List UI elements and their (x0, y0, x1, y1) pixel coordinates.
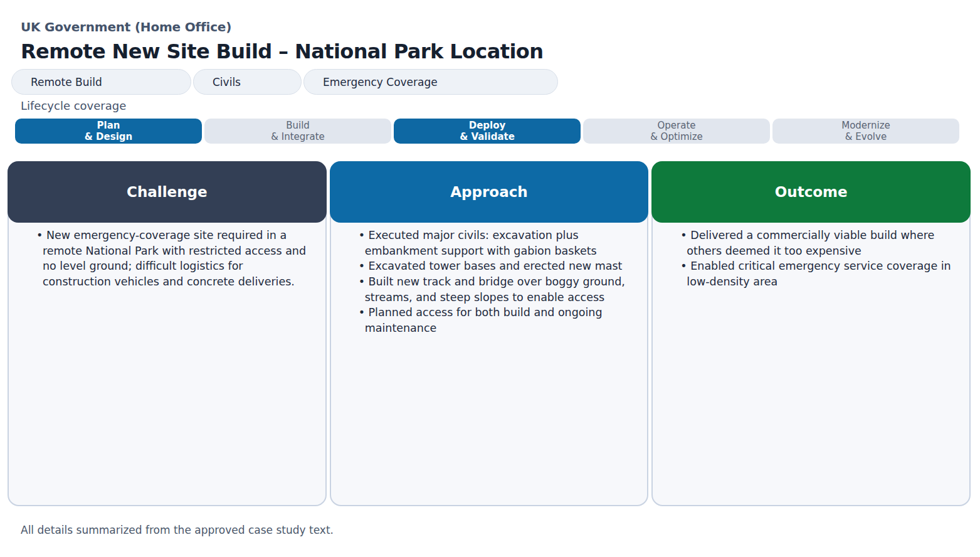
organization-label: UK Government (Home Office) (21, 19, 231, 34)
stage-line-1: Build (286, 120, 310, 131)
lifecycle-stage-modernize-evolve: Modernize & Evolve (772, 119, 959, 144)
tag-label: Remote Build (31, 76, 102, 88)
card-title: Challenge (127, 184, 208, 200)
approach-bullet-list: Executed major civils: excavation plus e… (331, 228, 648, 336)
tag-label: Civils (213, 76, 241, 88)
bullet-item: Executed major civils: excavation plus e… (359, 228, 630, 258)
approach-card-header: Approach (330, 161, 649, 223)
tag-list: Remote Build Civils Emergency Coverage (11, 69, 558, 95)
lifecycle-stage-operate-optimize: Operate & Optimize (583, 119, 770, 144)
lifecycle-stage-build-integrate: Build & Integrate (204, 119, 391, 144)
outcome-card: Outcome Delivered a commercially viable … (651, 161, 971, 506)
outcome-bullet-list: Delivered a commercially viable build wh… (653, 228, 969, 290)
tag-emergency-coverage: Emergency Coverage (303, 69, 558, 95)
lifecycle-section-label: Lifecycle coverage (21, 99, 126, 112)
stage-line-2: & Evolve (845, 131, 887, 142)
card-row: Challenge New emergency-coverage site re… (8, 161, 971, 506)
bullet-item: New emergency-coverage site required in … (36, 228, 308, 290)
page-title: Remote New Site Build – National Park Lo… (21, 40, 543, 63)
lifecycle-stage-plan-design: Plan & Design (15, 119, 202, 144)
case-study-slide: UK Government (Home Office) Remote New S… (0, 0, 980, 557)
stage-line-1: Modernize (841, 120, 890, 131)
outcome-card-header: Outcome (651, 161, 971, 223)
stage-line-2: & Optimize (650, 131, 703, 142)
card-title: Approach (450, 184, 527, 200)
bullet-item: Excavated tower bases and erected new ma… (359, 258, 630, 274)
challenge-card: Challenge New emergency-coverage site re… (8, 161, 327, 506)
lifecycle-stepper: Plan & Design Build & Integrate Deploy &… (15, 119, 959, 144)
bullet-item: Built new track and bridge over boggy gr… (359, 274, 630, 305)
bullet-item: Delivered a commercially viable build wh… (680, 228, 952, 258)
tag-civils: Civils (193, 69, 302, 95)
approach-card: Approach Executed major civils: excavati… (330, 161, 649, 506)
source-note: All details summarized from the approved… (21, 524, 334, 536)
stage-line-2: & Design (85, 131, 132, 142)
stage-line-2: & Validate (460, 131, 515, 142)
challenge-card-header: Challenge (8, 161, 327, 223)
stage-line-1: Operate (657, 120, 695, 131)
card-title: Outcome (775, 184, 848, 200)
challenge-bullet-list: New emergency-coverage site required in … (9, 228, 325, 290)
tag-label: Emergency Coverage (323, 76, 438, 88)
stage-line-2: & Integrate (271, 131, 325, 142)
tag-remote-build: Remote Build (11, 69, 191, 95)
bullet-item: Enabled critical emergency service cover… (680, 258, 952, 289)
lifecycle-stage-deploy-validate: Deploy & Validate (394, 119, 581, 144)
stage-line-1: Plan (97, 120, 120, 131)
stage-line-1: Deploy (469, 120, 506, 131)
bullet-item: Planned access for both build and ongoin… (359, 305, 630, 336)
